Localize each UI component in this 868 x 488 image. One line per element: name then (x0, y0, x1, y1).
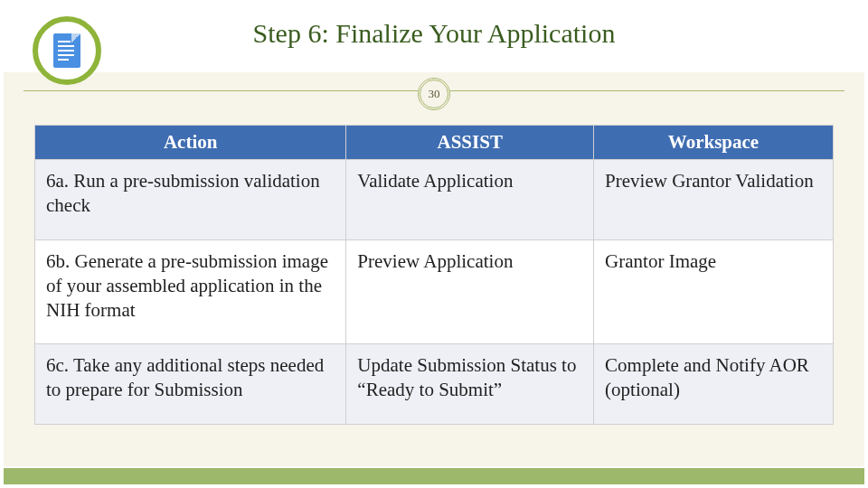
cell-action: 6b. Generate a pre-submission image of y… (35, 239, 346, 344)
slide: Step 6: Finalize Your Application 30 Act… (0, 0, 868, 488)
cell-assist: Preview Application (346, 239, 594, 344)
cell-workspace: Grantor Image (594, 239, 834, 344)
cell-assist: Update Submission Status to “Ready to Su… (346, 344, 594, 425)
cell-workspace: Complete and Notify AOR (optional) (594, 344, 834, 425)
cell-action: 6c. Take any additional steps needed to … (35, 344, 346, 425)
col-header-assist: ASSIST (346, 126, 594, 160)
col-header-action: Action (35, 126, 346, 160)
comparison-table: Action ASSIST Workspace 6a. Run a pre-su… (34, 125, 834, 425)
table-row: 6b. Generate a pre-submission image of y… (35, 239, 834, 344)
cell-workspace: Preview Grantor Validation (594, 160, 834, 240)
cell-assist: Validate Application (346, 160, 594, 240)
slide-number: 30 (429, 87, 440, 101)
table-row: 6c. Take any additional steps needed to … (35, 344, 834, 425)
cell-action: 6a. Run a pre-submission validation chec… (35, 160, 346, 240)
col-header-workspace: Workspace (594, 126, 834, 160)
bottom-accent-bar (4, 466, 864, 484)
slide-number-badge: 30 (418, 78, 450, 110)
page-title: Step 6: Finalize Your Application (4, 18, 864, 49)
table-row: 6a. Run a pre-submission validation chec… (35, 160, 834, 240)
document-icon (33, 16, 101, 85)
